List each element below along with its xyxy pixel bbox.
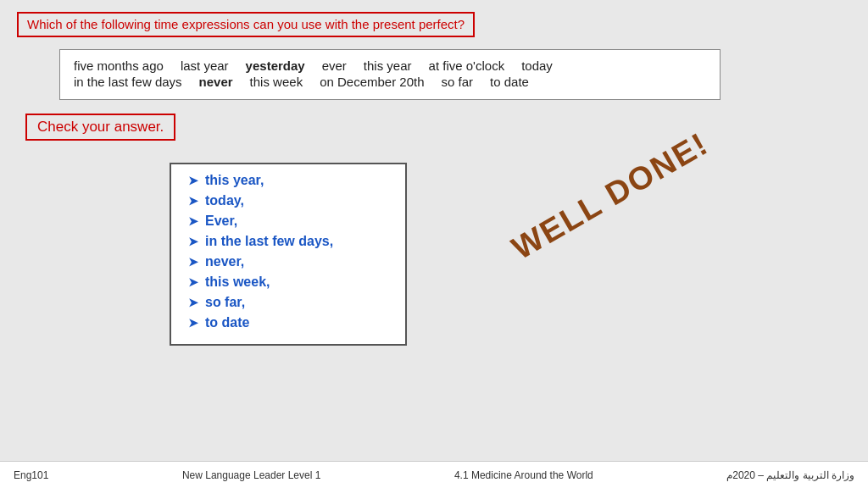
answer-item-7: ➤ so far, — [188, 295, 388, 310]
word-so-far: so far — [442, 75, 474, 89]
answer-text-5: never, — [205, 254, 244, 269]
footer-course-code: Eng101 — [14, 469, 48, 481]
footer-ministry: وزارة التربية والتعليم – 2020م — [726, 469, 854, 481]
word-never: never — [199, 75, 233, 89]
answer-text-1: this year, — [205, 173, 264, 188]
answer-section: ➤ this year, ➤ today, ➤ Ever, ➤ in the l… — [25, 163, 851, 346]
arrow-icon-3: ➤ — [188, 214, 198, 228]
answer-item-3: ➤ Ever, — [188, 214, 388, 229]
answer-item-4: ➤ in the last few days, — [188, 234, 388, 249]
words-row-2: in the last few days never this week on … — [74, 75, 706, 89]
word-to-date: to date — [490, 75, 529, 89]
question-box: Which of the following time expressions … — [17, 12, 475, 37]
arrow-icon-7: ➤ — [188, 296, 198, 309]
check-answer-label: Check your answer. — [37, 119, 164, 135]
answer-text-7: so far, — [205, 295, 245, 310]
word-this-week: this week — [250, 75, 303, 89]
word-today: today — [521, 58, 553, 73]
arrow-icon-2: ➤ — [188, 194, 198, 208]
word-ever: ever — [322, 58, 347, 73]
word-last-year: last year — [181, 58, 229, 73]
word-at-five-oclock: at five o'clock — [429, 58, 505, 73]
answer-item-8: ➤ to date — [188, 315, 388, 330]
word-this-year: this year — [364, 58, 412, 73]
words-box: five months ago last year yesterday ever… — [59, 49, 721, 100]
answer-text-2: today, — [205, 193, 244, 208]
words-row-1: five months ago last year yesterday ever… — [74, 58, 706, 73]
arrow-icon-8: ➤ — [188, 316, 198, 330]
answer-item-1: ➤ this year, — [188, 173, 388, 188]
word-on-december: on December 20th — [320, 75, 424, 89]
footer-course-name: New Language Leader Level 1 — [182, 469, 320, 481]
arrow-icon-5: ➤ — [188, 255, 198, 269]
word-in-last-few-days: in the last few days — [74, 75, 182, 89]
answer-text-8: to date — [205, 315, 249, 330]
arrow-icon-6: ➤ — [188, 275, 198, 289]
answer-list-box: ➤ this year, ➤ today, ➤ Ever, ➤ in the l… — [170, 163, 407, 346]
footer-lesson: 4.1 Medicine Around the World — [454, 469, 593, 481]
answer-item-6: ➤ this week, — [188, 274, 388, 290]
arrow-icon-4: ➤ — [188, 235, 198, 248]
question-text: Which of the following time expressions … — [27, 17, 465, 31]
answer-item-5: ➤ never, — [188, 254, 388, 269]
answer-text-3: Ever, — [205, 214, 237, 229]
footer: Eng101 New Language Leader Level 1 4.1 M… — [0, 461, 868, 488]
word-five-months-ago: five months ago — [74, 58, 164, 73]
answer-text-4: in the last few days, — [205, 234, 333, 249]
answer-text-6: this week, — [205, 274, 270, 290]
arrow-icon-1: ➤ — [188, 174, 198, 187]
answer-item-2: ➤ today, — [188, 193, 388, 208]
check-answer-box: Check your answer. — [25, 114, 175, 141]
word-yesterday: yesterday — [246, 58, 305, 73]
